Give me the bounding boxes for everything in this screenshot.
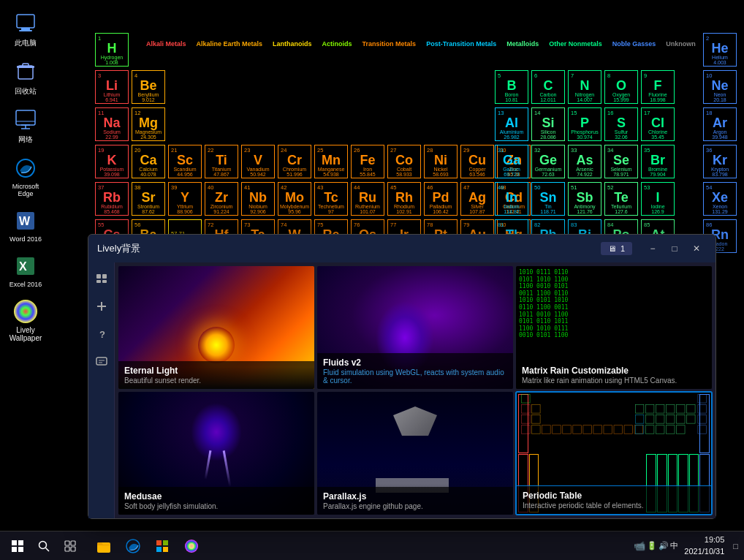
- sidebar-item-computer[interactable]: 此电脑: [4, 7, 48, 51]
- element-Ni[interactable]: 28 Ni Nickel 58.693: [424, 145, 458, 178]
- element-Zr[interactable]: 40 Zr Zirconium 91.224: [205, 182, 238, 216]
- wallpaper-card-periodic[interactable]: Periodic Table Interactive periodic tabl…: [515, 391, 713, 515]
- element-Cl[interactable]: 17 Cl Chlorine 35.45: [641, 107, 675, 141]
- task-view-button[interactable]: [58, 534, 82, 558]
- element-N[interactable]: 7 N Nitrogen 14.007: [568, 70, 601, 104]
- close-button[interactable]: ✕: [686, 238, 707, 259]
- element-S[interactable]: 16 S Sulfur 32.06: [604, 107, 638, 141]
- element-Rb[interactable]: 37 Rb Rubidium 85.468: [95, 182, 129, 216]
- element-H[interactable]: 1 H Hydrogen 1.008: [95, 33, 129, 67]
- element-Sn[interactable]: 50 Sn Tin 118.71: [531, 182, 565, 216]
- tray-video-icon[interactable]: 📹: [634, 540, 645, 551]
- lively-chat-btn[interactable]: [91, 352, 112, 372]
- wallpaper-card-medusae[interactable]: Medusae Soft body jellyfish simulation.: [118, 391, 315, 515]
- tray-volume-icon[interactable]: 🔊: [658, 541, 669, 550]
- svg-rect-59: [635, 425, 643, 434]
- element-Te[interactable]: 52 Te Tellurium 127.6: [604, 182, 638, 216]
- element-Y[interactable]: 39 Y Yttrium 88.906: [168, 182, 202, 216]
- element-O[interactable]: 8 O Oxygen 15.999: [604, 70, 638, 104]
- element-Cr[interactable]: 24 Cr Chromium 51.996: [278, 145, 311, 178]
- matrix-desc: Matrix like rain animation using HTML5 C…: [522, 377, 706, 385]
- lively-library-btn[interactable]: [91, 268, 112, 289]
- element-Ca[interactable]: 20 Ca Calcium 40.078: [132, 145, 165, 178]
- taskbar-store[interactable]: [149, 533, 175, 559]
- element-He[interactable]: 2 He Helium 4.003: [703, 33, 737, 67]
- svg-rect-66: [18, 540, 23, 545]
- wallpaper-card-matrix[interactable]: 1010 0111 01100101 1010 11001100 0010 01…: [515, 265, 713, 390]
- lively-add-btn[interactable]: [91, 296, 112, 317]
- element-V[interactable]: 23 V Vanadium 50.942: [241, 145, 275, 178]
- sidebar-item-recycle[interactable]: 回收站: [4, 56, 48, 99]
- wallpaper-card-parallax[interactable]: Parallax.js Parallax.js engine github pa…: [316, 391, 514, 515]
- sidebar-item-edge[interactable]: Microsoft Edge: [4, 152, 48, 200]
- element-Sb[interactable]: 51 Sb Antimony 121.76: [568, 182, 601, 216]
- element-Cu[interactable]: 29 Cu Copper 63.546: [460, 145, 494, 178]
- element-Rh[interactable]: 45 Rh Rhodium 102.91: [387, 182, 421, 216]
- svg-rect-1: [21, 28, 30, 30]
- svg-rect-43: [667, 415, 675, 423]
- monitor-badge: 🖥 1: [601, 242, 632, 255]
- element-Fe[interactable]: 26 Fe Iron 55.845: [351, 145, 384, 178]
- element-Sr[interactable]: 38 Sr Strontium 87.62: [132, 182, 165, 216]
- element-Ru[interactable]: 44 Ru Ruthenium 101.07: [351, 182, 384, 216]
- element-Ti[interactable]: 22 Ti Titanium 47.867: [205, 145, 238, 178]
- element-Na[interactable]: 11 Na Sodium 22.99: [95, 107, 129, 141]
- element-Co[interactable]: 27 Co Cobalt 58.933: [387, 145, 421, 178]
- notification-icon[interactable]: □: [733, 542, 738, 550]
- element-Tc[interactable]: 43 Tc Technetium 97: [314, 182, 348, 216]
- element-Mn[interactable]: 25 Mn Manganese 54.938: [314, 145, 348, 178]
- element-Be[interactable]: 4 Be Beryllium 9.012: [132, 70, 165, 104]
- wallpaper-card-fluids[interactable]: Fluids v2 Fluid simulation using WebGL, …: [316, 265, 514, 390]
- taskbar-photos[interactable]: [178, 533, 205, 559]
- element-Al[interactable]: 13 Al Aluminium 26.982: [495, 107, 528, 141]
- element-In[interactable]: 49 In Indium 114.82: [495, 182, 528, 216]
- element-Ga[interactable]: 31 Ga Gallium 69.723: [495, 145, 528, 178]
- tray-lang[interactable]: 中: [670, 540, 678, 551]
- element-Si[interactable]: 14 Si Silicon 28.086: [531, 107, 565, 141]
- search-button[interactable]: [32, 534, 56, 558]
- legend-noble: Noble Gasses: [612, 40, 656, 48]
- element-Mo[interactable]: 42 Mo Molybdenum 95.96: [278, 182, 311, 216]
- element-Ne[interactable]: 10 Ne Neon 20.18: [703, 70, 737, 104]
- system-clock[interactable]: 19:05 2021/10/31: [684, 534, 724, 557]
- element-Ge[interactable]: 32 Ge Germanium 72.63: [531, 145, 565, 178]
- sidebar-item-excel[interactable]: X Excel 2016: [4, 250, 48, 291]
- tray-battery-icon[interactable]: 🔋: [647, 541, 657, 550]
- sidebar-recycle-label: 回收站: [15, 86, 37, 97]
- sidebar-item-word[interactable]: W Word 2016: [4, 205, 48, 246]
- element-Sc[interactable]: 21 Sc Scandium 44.956: [168, 145, 202, 178]
- wallpaper-card-eternal[interactable]: Eternal Light Beautiful sunset render.: [118, 265, 315, 390]
- start-button[interactable]: [6, 534, 29, 558]
- element-Pd[interactable]: 46 Pd Palladium 106.42: [424, 182, 458, 216]
- element-Mg[interactable]: 12 Mg Magnesium 24.305: [132, 107, 165, 141]
- taskbar-file-explorer[interactable]: [91, 533, 117, 559]
- element-Se[interactable]: 34 Se Selenium 78.971: [604, 145, 638, 178]
- element-Nb[interactable]: 41 Nb Niobium 92.906: [241, 182, 275, 216]
- element-P[interactable]: 15 P Phosphorus 30.974: [568, 107, 601, 141]
- svg-rect-32: [645, 405, 653, 413]
- element-Ar[interactable]: 18 Ar Argon 39.948: [703, 107, 737, 141]
- lively-help-btn[interactable]: ?: [91, 324, 112, 344]
- element-Li[interactable]: 3 Li Lithium 6.941: [95, 70, 129, 104]
- element-Br[interactable]: 35 Br Bromine 79.904: [641, 145, 675, 178]
- element-Kr[interactable]: 36 Kr Krypton 83.798: [703, 145, 737, 178]
- element-C[interactable]: 6 C Carbon 12.011: [531, 70, 565, 104]
- legend-alkaline: Alkaline Earth Metals: [197, 40, 263, 48]
- parallax-info: Parallax.js Parallax.js engine github pa…: [317, 487, 513, 515]
- element-Ag[interactable]: 47 Ag Silver 107.87: [460, 182, 494, 216]
- element-Xe[interactable]: 54 Xe Xenon 131.29: [703, 182, 737, 216]
- lively-titlebar: Lively背景 🖥 1 − □ ✕: [88, 235, 715, 262]
- maximize-button[interactable]: □: [664, 238, 685, 259]
- minimize-button[interactable]: −: [642, 238, 663, 259]
- svg-text:?: ?: [99, 329, 105, 340]
- taskbar-edge[interactable]: [120, 533, 146, 559]
- element-K[interactable]: 19 K Potassium 39.098: [95, 145, 129, 178]
- element-B[interactable]: 5 B Boron 10.81: [495, 70, 528, 104]
- element-I[interactable]: 53 I Iodine 126.9: [641, 182, 675, 216]
- sidebar-item-lively[interactable]: Lively Wallpaper: [4, 295, 48, 345]
- sidebar-item-network[interactable]: 网络: [4, 104, 48, 148]
- taskbar-apps: [91, 533, 205, 559]
- svg-rect-27: [522, 395, 530, 403]
- element-As[interactable]: 33 As Arsenic 74.922: [568, 145, 601, 178]
- element-F[interactable]: 9 F Fluorine 18.998: [641, 70, 675, 104]
